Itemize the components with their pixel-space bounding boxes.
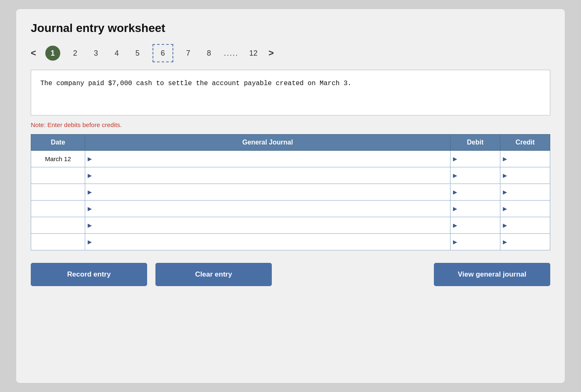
table-row-credit-1[interactable]: ▶ [500, 167, 550, 184]
journal-arrow-icon-3: ▶ [88, 206, 92, 212]
table-row-date-5 [31, 234, 85, 250]
debit-input-2[interactable] [459, 184, 497, 200]
debit-input-3[interactable] [459, 201, 497, 217]
table-row-debit-0[interactable]: ▶ [451, 151, 500, 167]
page-3[interactable]: 3 [90, 49, 102, 58]
table-row-journal-5[interactable]: ▶ [85, 234, 451, 250]
table-row-journal-3[interactable]: ▶ [85, 201, 451, 217]
credit-input-4[interactable] [509, 217, 547, 233]
next-arrow[interactable]: > [268, 48, 274, 59]
credit-arrow-icon-3: ▶ [503, 206, 507, 212]
page-7[interactable]: 7 [182, 49, 194, 58]
table-row-credit-4[interactable]: ▶ [500, 217, 550, 234]
credit-input-2[interactable] [509, 184, 547, 200]
credit-arrow-icon-4: ▶ [503, 222, 507, 228]
table-row-journal-2[interactable]: ▶ [85, 184, 451, 201]
journal-table: Date General Journal Debit Credit March … [31, 134, 550, 250]
journal-input-5[interactable] [94, 234, 448, 250]
view-general-journal-button[interactable]: View general journal [434, 263, 550, 286]
col-header-debit: Debit [451, 135, 500, 151]
journal-arrow-icon-0: ▶ [88, 156, 92, 162]
journal-input-3[interactable] [94, 201, 448, 217]
page-dots: ..... [224, 49, 239, 58]
col-header-date: Date [31, 135, 85, 151]
journal-arrow-icon-5: ▶ [88, 239, 92, 245]
table-row-debit-3[interactable]: ▶ [451, 201, 500, 217]
debit-input-5[interactable] [459, 234, 497, 250]
table-row-debit-1[interactable]: ▶ [451, 167, 500, 184]
worksheet-container: Journal entry worksheet < 1 2 3 4 5 6 7 … [16, 9, 565, 383]
credit-input-5[interactable] [509, 234, 547, 250]
record-entry-button[interactable]: Record entry [31, 263, 147, 286]
credit-arrow-icon-5: ▶ [503, 239, 507, 245]
table-row-credit-0[interactable]: ▶ [500, 151, 550, 167]
table-row-date-2 [31, 184, 85, 201]
debit-input-0[interactable] [459, 151, 497, 167]
description-text: The company paid $7,000 cash to settle t… [40, 80, 352, 87]
debit-input-1[interactable] [459, 167, 497, 184]
journal-arrow-icon-2: ▶ [88, 189, 92, 195]
credit-arrow-icon-1: ▶ [503, 172, 507, 179]
page-1[interactable]: 1 [45, 46, 60, 61]
credit-input-3[interactable] [509, 201, 547, 217]
table-row-credit-2[interactable]: ▶ [500, 184, 550, 201]
credit-input-1[interactable] [509, 167, 547, 184]
col-header-credit: Credit [500, 135, 550, 151]
table-row-date-3 [31, 201, 85, 217]
debit-arrow-icon-2: ▶ [453, 189, 457, 195]
debit-arrow-icon-0: ▶ [453, 156, 457, 162]
table-row-credit-5[interactable]: ▶ [500, 234, 550, 250]
page-8[interactable]: 8 [203, 49, 215, 58]
table-row-debit-2[interactable]: ▶ [451, 184, 500, 201]
journal-input-1[interactable] [94, 167, 448, 184]
journal-input-4[interactable] [94, 217, 448, 233]
table-row-credit-3[interactable]: ▶ [500, 201, 550, 217]
table-row-date-0: March 12 [31, 151, 85, 167]
table-row-date-1 [31, 167, 85, 184]
note-text: Note: Enter debits before credits. [31, 121, 550, 128]
credit-arrow-icon-2: ▶ [503, 189, 507, 195]
page-4[interactable]: 4 [111, 49, 123, 58]
journal-input-2[interactable] [94, 184, 448, 200]
debit-arrow-icon-4: ▶ [453, 222, 457, 228]
clear-entry-button[interactable]: Clear entry [155, 263, 272, 286]
table-row-journal-1[interactable]: ▶ [85, 167, 451, 184]
journal-arrow-icon-4: ▶ [88, 222, 92, 228]
journal-input-0[interactable] [94, 151, 448, 167]
page-2[interactable]: 2 [69, 49, 81, 58]
page-title: Journal entry worksheet [31, 22, 550, 35]
debit-arrow-icon-3: ▶ [453, 206, 457, 212]
page-12[interactable]: 12 [248, 49, 259, 58]
table-row-journal-0[interactable]: ▶ [85, 151, 451, 167]
page-6[interactable]: 6 [153, 44, 173, 62]
buttons-row: Record entry Clear entry View general jo… [31, 263, 550, 286]
journal-arrow-icon-1: ▶ [88, 172, 92, 179]
table-row-date-4 [31, 217, 85, 234]
debit-input-4[interactable] [459, 217, 497, 233]
prev-arrow[interactable]: < [31, 48, 36, 59]
debit-arrow-icon-5: ▶ [453, 239, 457, 245]
col-header-journal: General Journal [85, 135, 451, 151]
credit-input-0[interactable] [509, 151, 547, 167]
pagination: < 1 2 3 4 5 6 7 8 ..... 12 > [31, 44, 550, 62]
table-row-debit-4[interactable]: ▶ [451, 217, 500, 234]
page-5[interactable]: 5 [132, 49, 143, 58]
table-row-debit-5[interactable]: ▶ [451, 234, 500, 250]
debit-arrow-icon-1: ▶ [453, 172, 457, 179]
credit-arrow-icon-0: ▶ [503, 156, 507, 162]
description-box: The company paid $7,000 cash to settle t… [31, 70, 550, 115]
table-row-journal-4[interactable]: ▶ [85, 217, 451, 234]
